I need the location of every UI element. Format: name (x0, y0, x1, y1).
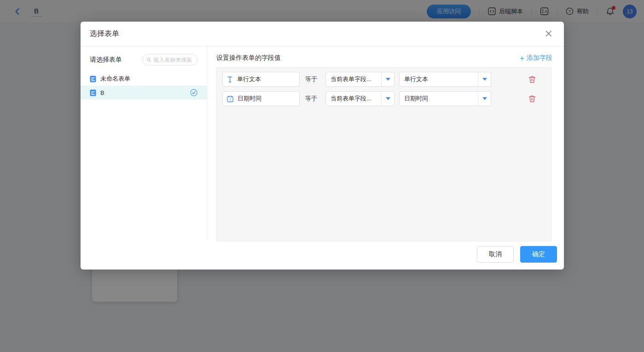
form-icon (90, 89, 96, 96)
add-field-label: 添加字段 (527, 54, 552, 62)
dialog-header: 选择表单 ✕ (81, 22, 564, 47)
field-settings-pane: 设置操作表单的字段值 + 添加字段 (207, 47, 564, 240)
form-search[interactable] (142, 54, 197, 65)
selected-check-icon (190, 89, 197, 96)
source-dropdown[interactable]: 当前表单字段... (325, 91, 395, 106)
field-rows-panel: 单行文本 等于 当前表单字段... 单行文本 (216, 67, 551, 241)
dialog-footer: 取消 确定 (81, 240, 564, 263)
field-settings-title: 设置操作表单的字段值 (216, 54, 281, 62)
delete-row-button[interactable] (528, 76, 536, 83)
value-dropdown-value: 单行文本 (400, 72, 478, 86)
chevron-down-icon (381, 92, 394, 106)
search-icon (146, 57, 151, 63)
page: B 应用访问 后端脚本 A (0, 0, 644, 352)
operator-label: 等于 (305, 94, 317, 103)
field-row: 7 日期时间 等于 当前表单字段... 日期时间 (222, 91, 551, 106)
svg-text:7: 7 (229, 98, 231, 102)
form-icon (90, 76, 96, 82)
form-list: 未命名表单 B (81, 72, 207, 100)
form-item-unnamed[interactable]: 未命名表单 (81, 72, 207, 86)
confirm-button[interactable]: 确定 (520, 246, 557, 263)
value-dropdown[interactable]: 日期时间 (399, 91, 491, 106)
source-dropdown-value: 当前表单字段... (326, 72, 381, 86)
operator-label: 等于 (305, 75, 317, 83)
value-dropdown-value: 日期时间 (400, 92, 478, 106)
chevron-down-icon (478, 72, 491, 86)
form-item-label: 未命名表单 (100, 75, 130, 83)
form-item-b[interactable]: B (81, 86, 207, 100)
datetime-icon: 7 (227, 95, 233, 102)
field-name: 单行文本 (237, 75, 261, 83)
field-row: 单行文本 等于 当前表单字段... 单行文本 (222, 72, 551, 87)
value-dropdown[interactable]: 单行文本 (399, 72, 491, 87)
dialog-body: 请选择表单 (81, 47, 564, 240)
dialog-title: 选择表单 (90, 29, 119, 39)
chevron-down-icon (478, 92, 491, 106)
form-item-label: B (100, 89, 104, 96)
delete-row-button[interactable] (528, 95, 536, 103)
text-field-icon (227, 76, 233, 83)
plus-icon: + (520, 54, 524, 62)
form-search-input[interactable] (153, 57, 193, 63)
form-list-label: 请选择表单 (90, 56, 122, 64)
cancel-button[interactable]: 取消 (477, 246, 514, 263)
field-select-datetime[interactable]: 7 日期时间 (222, 91, 300, 106)
source-dropdown[interactable]: 当前表单字段... (325, 72, 395, 87)
trash-icon (528, 95, 536, 103)
chevron-down-icon (381, 72, 394, 86)
field-name: 日期时间 (238, 94, 261, 103)
trash-icon (528, 76, 536, 83)
select-form-dialog: 选择表单 ✕ 请选择表单 (81, 22, 564, 270)
field-select-text[interactable]: 单行文本 (222, 72, 300, 87)
source-dropdown-value: 当前表单字段... (326, 92, 381, 106)
form-list-pane: 请选择表单 (81, 47, 207, 240)
add-field-button[interactable]: + 添加字段 (520, 54, 552, 62)
close-icon[interactable]: ✕ (543, 27, 555, 41)
